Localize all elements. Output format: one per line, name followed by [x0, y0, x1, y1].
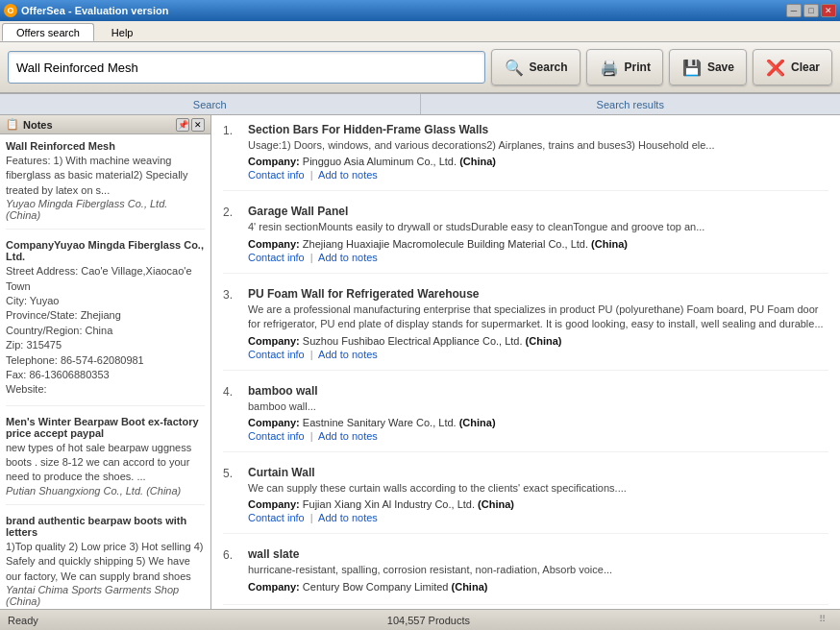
note-title-3: brand authentic bearpaw boots with lette… [6, 515, 205, 538]
window-title: OfferSea - Evaluation version [21, 5, 168, 16]
status-bar: Ready 104,557 Products ⠿ [0, 609, 840, 630]
result-desc-1: 4' resin sectionMounts easily to drywall… [248, 220, 828, 234]
result-title-4: Curtain Wall [248, 466, 828, 479]
note-text-1: Street Address: Cao'e Village,Xiaocao'e … [6, 264, 205, 398]
notes-pin-button[interactable]: 📌 [176, 118, 189, 132]
contact-info-link-4[interactable]: Contact info [248, 512, 305, 523]
result-company-0: Company: Pingguo Asia Aluminum Co., Ltd.… [248, 156, 828, 167]
note-company-3: Yantai Chima Sports Garments Shop (China… [6, 584, 205, 607]
app-icon: O [4, 4, 17, 17]
notes-header: 📋 Notes 📌 ✕ [0, 115, 210, 134]
result-body-0: Section Bars For Hidden-Frame Glass Wall… [248, 123, 828, 181]
print-icon: 🖨️ [599, 57, 620, 78]
add-to-notes-link-3[interactable]: Add to notes [318, 430, 378, 442]
note-title-0: Wall Reinforced Mesh [6, 140, 205, 152]
tab-search-results[interactable]: Search results [421, 94, 841, 114]
notes-close-button[interactable]: ✕ [191, 118, 205, 132]
minimize-button[interactable]: ─ [786, 4, 802, 17]
result-num-2: 3. [223, 287, 242, 360]
result-num-3: 4. [223, 384, 242, 442]
note-item-2: Men's Winter Bearpaw Boot ex-factory pri… [6, 416, 205, 505]
result-desc-0: Usage:1) Doors, windows, and various dec… [248, 138, 828, 153]
results-panel[interactable]: 1. Section Bars For Hidden-Frame Glass W… [211, 115, 840, 609]
result-company-4: Company: Fujian Xiang Xin Al Industry Co… [248, 498, 828, 510]
result-title-5: wall slate [248, 547, 828, 561]
save-button[interactable]: 💾 Save [669, 49, 747, 85]
menu-bar: Offers search Help [0, 21, 840, 42]
result-item-5: 6. wall slate hurricane-resistant, spall… [223, 547, 828, 604]
clear-icon: ❌ [765, 57, 786, 78]
contact-info-link-3[interactable]: Contact info [248, 430, 305, 442]
note-item-0: Wall Reinforced Mesh Features: 1) With m… [6, 140, 205, 230]
notes-content[interactable]: Wall Reinforced Mesh Features: 1) With m… [0, 134, 210, 609]
result-num-1: 2. [223, 205, 242, 262]
toolbar: 🔍 Search 🖨️ Print 💾 Save ❌ Clear [0, 42, 840, 94]
main-content: 📋 Notes 📌 ✕ Wall Reinforced Mesh Feature… [0, 115, 840, 609]
result-desc-4: We can supply these curtain walls accord… [248, 481, 828, 496]
search-results-tabs: Search Search results [0, 94, 840, 115]
result-company-3: Company: Eastnine Sanitary Ware Co., Ltd… [248, 417, 828, 428]
tab-search[interactable]: Search [0, 94, 421, 114]
notes-panel: 📋 Notes 📌 ✕ Wall Reinforced Mesh Feature… [0, 115, 211, 609]
add-to-notes-link-4[interactable]: Add to notes [318, 512, 378, 523]
note-company-2: Putian Shuangxiong Co., Ltd. (China) [6, 485, 205, 497]
status-ready: Ready [8, 615, 38, 626]
search-input[interactable] [8, 51, 485, 84]
result-body-5: wall slate hurricane-resistant, spalling… [248, 547, 828, 594]
note-item-3: brand authentic bearpaw boots with lette… [6, 515, 205, 609]
status-products: 104,557 Products [387, 615, 470, 626]
note-text-0: Features: 1) With machine weaving fiberg… [6, 154, 205, 198]
result-title-2: PU Foam Wall for Refrigerated Warehouse [248, 287, 828, 301]
note-text-3: 1)Top quality 2) Low price 3) Hot sellin… [6, 540, 205, 584]
result-item-0: 1. Section Bars For Hidden-Frame Glass W… [223, 123, 828, 191]
close-button[interactable]: ✕ [821, 4, 836, 17]
result-company-2: Company: Suzhou Fushibao Electrical Appl… [248, 335, 828, 347]
result-company-1: Company: Zhejiang Huaxiajie Macromolecul… [248, 238, 828, 250]
print-button[interactable]: 🖨️ Print [586, 49, 663, 85]
result-item-4: 5. Curtain Wall We can supply these curt… [223, 466, 828, 534]
result-title-0: Section Bars For Hidden-Frame Glass Wall… [248, 123, 828, 136]
result-company-5: Company: Century Bow Company Limited (Ch… [248, 581, 828, 593]
contact-info-link-2[interactable]: Contact info [248, 349, 305, 360]
clear-button[interactable]: ❌ Clear [753, 49, 832, 85]
note-item-1: CompanyYuyao Mingda Fiberglass Co., Ltd.… [6, 239, 205, 406]
result-links-3: Contact info | Add to notes [248, 430, 828, 442]
result-body-4: Curtain Wall We can supply these curtain… [248, 466, 828, 523]
result-num-5: 6. [223, 547, 242, 594]
result-desc-2: We are a professional manufacturing ente… [248, 303, 828, 332]
save-icon: 💾 [681, 57, 703, 78]
result-title-3: bamboo wall [248, 384, 828, 398]
contact-info-link-0[interactable]: Contact info [248, 169, 305, 181]
note-text-2: new types of hot sale bearpaw uggness bo… [6, 441, 205, 485]
result-item-2: 3. PU Foam Wall for Refrigerated Warehou… [223, 287, 828, 371]
result-body-3: bamboo wall bamboo wall... Company: East… [248, 384, 828, 442]
title-bar: O OfferSea - Evaluation version ─ □ ✕ [0, 0, 840, 21]
resize-grip: ⠿ [819, 614, 832, 627]
maximize-button[interactable]: □ [803, 4, 819, 17]
note-title-1: CompanyYuyao Mingda Fiberglass Co., Ltd. [6, 239, 205, 262]
tab-offers-search[interactable]: Offers search [2, 23, 94, 41]
result-desc-5: hurricane-resistant, spalling, corrosion… [248, 563, 828, 577]
add-to-notes-link-2[interactable]: Add to notes [318, 349, 378, 360]
window-controls: ─ □ ✕ [786, 4, 836, 17]
result-links-4: Contact info | Add to notes [248, 512, 828, 523]
result-body-1: Garage Wall Panel 4' resin sectionMounts… [248, 205, 828, 262]
notes-controls: 📌 ✕ [176, 118, 205, 132]
search-button[interactable]: 🔍 Search [491, 49, 581, 85]
add-to-notes-link-0[interactable]: Add to notes [318, 169, 378, 181]
result-item-3: 4. bamboo wall bamboo wall... Company: E… [223, 384, 828, 452]
result-desc-3: bamboo wall... [248, 400, 828, 414]
result-body-2: PU Foam Wall for Refrigerated Warehouse … [248, 287, 828, 360]
add-to-notes-link-1[interactable]: Add to notes [318, 252, 378, 263]
title-bar-left: O OfferSea - Evaluation version [4, 4, 168, 17]
result-links-1: Contact info | Add to notes [248, 252, 828, 263]
notes-icon: 📋 [6, 118, 19, 131]
result-item-1: 2. Garage Wall Panel 4' resin sectionMou… [223, 205, 828, 273]
contact-info-link-1[interactable]: Contact info [248, 252, 305, 263]
note-company-0: Yuyao Mingda Fiberglass Co., Ltd. (China… [6, 198, 205, 221]
tab-help[interactable]: Help [98, 23, 147, 41]
note-title-2: Men's Winter Bearpaw Boot ex-factory pri… [6, 416, 205, 439]
search-icon: 🔍 [504, 57, 525, 78]
result-num-4: 5. [223, 466, 242, 523]
result-links-2: Contact info | Add to notes [248, 349, 828, 360]
